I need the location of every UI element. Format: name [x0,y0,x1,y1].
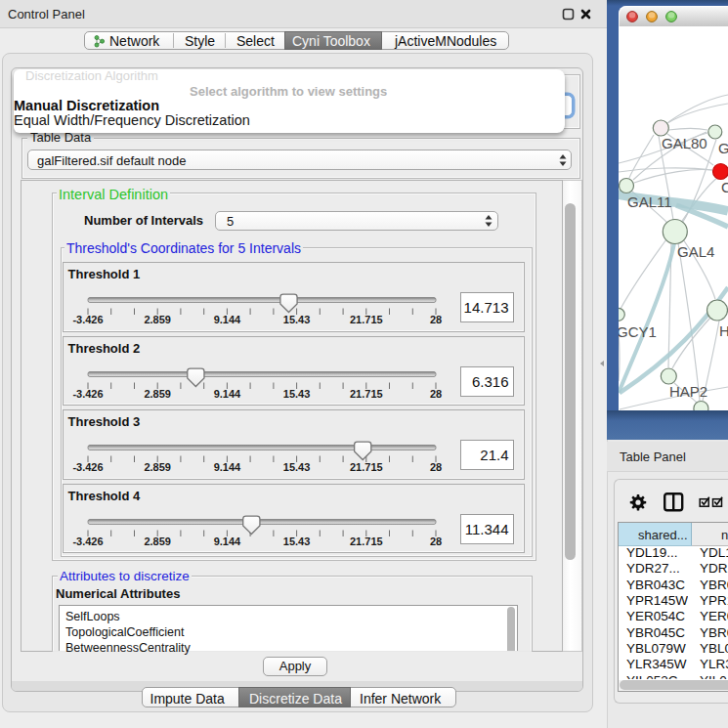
svg-text:9.144: 9.144 [214,314,241,325]
svg-text:28: 28 [430,387,442,399]
svg-text:15.43: 15.43 [283,314,311,325]
svg-text:2.859: 2.859 [144,535,171,546]
svg-text:HAP2: HAP2 [669,383,707,400]
svg-text:GAL80: GAL80 [662,135,707,151]
svg-text:2.859: 2.859 [144,387,171,399]
svg-text:GCY1: GCY1 [619,323,657,340]
svg-text:H: H [719,322,728,339]
svg-text:28: 28 [430,535,442,546]
svg-text:21.715: 21.715 [350,387,383,399]
svg-text:CD: CD [721,179,728,195]
svg-text:28: 28 [430,461,442,473]
svg-text:9.144: 9.144 [214,461,241,473]
svg-text:15.43: 15.43 [283,461,311,473]
svg-text:-3.426: -3.426 [72,387,103,399]
svg-text:15.43: 15.43 [283,387,311,399]
svg-text:21.715: 21.715 [350,461,383,473]
svg-text:2.859: 2.859 [144,314,171,325]
svg-text:GA: GA [718,140,728,156]
svg-text:-3.426: -3.426 [72,314,103,325]
svg-text:15.43: 15.43 [283,535,311,546]
svg-text:-3.426: -3.426 [72,461,103,473]
svg-text:2.859: 2.859 [144,461,171,473]
svg-text:21.715: 21.715 [350,535,383,546]
svg-text:GAL4: GAL4 [677,243,714,260]
svg-text:GAL11: GAL11 [627,193,672,210]
svg-text:-3.426: -3.426 [72,535,103,546]
svg-text:9.144: 9.144 [214,387,241,399]
svg-text:21.715: 21.715 [350,314,383,325]
svg-text:28: 28 [430,314,442,325]
svg-text:9.144: 9.144 [214,535,241,546]
